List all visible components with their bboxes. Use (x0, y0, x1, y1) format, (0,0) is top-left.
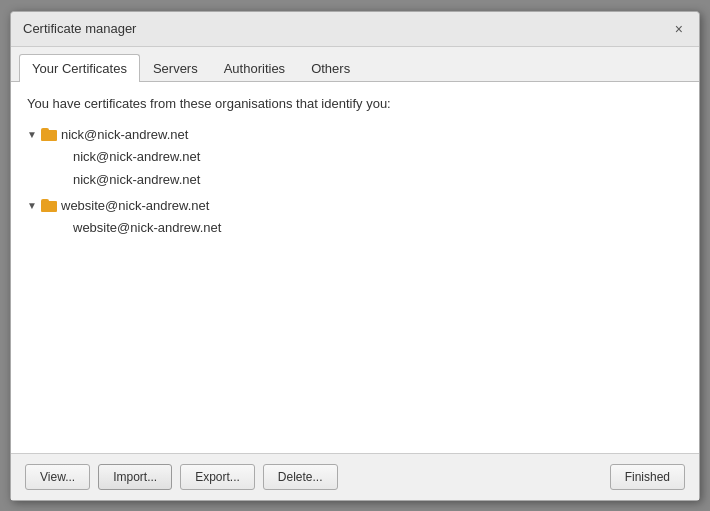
content-description: You have certificates from these organis… (27, 96, 683, 111)
certificate-manager-dialog: Certificate manager × Your Certificates … (10, 11, 700, 501)
import-button[interactable]: Import... (98, 464, 172, 490)
cert-group-nick-andrew: ▼ nick@nick-andrew.net nick@nick-andrew.… (27, 127, 683, 190)
finished-button[interactable]: Finished (610, 464, 685, 490)
cert-item[interactable]: nick@nick-andrew.net (67, 169, 683, 190)
delete-button[interactable]: Delete... (263, 464, 338, 490)
view-button[interactable]: View... (25, 464, 90, 490)
toggle-icon-website-nick-andrew[interactable]: ▼ (27, 200, 37, 211)
tab-authorities[interactable]: Authorities (211, 54, 298, 82)
dialog-title: Certificate manager (23, 21, 136, 36)
export-button[interactable]: Export... (180, 464, 255, 490)
action-buttons: View... Import... Export... Delete... (25, 464, 338, 490)
group-header-nick-andrew[interactable]: ▼ nick@nick-andrew.net (27, 127, 683, 142)
toggle-icon-nick-andrew[interactable]: ▼ (27, 129, 37, 140)
cert-list-nick-andrew: nick@nick-andrew.net nick@nick-andrew.ne… (67, 146, 683, 190)
tab-others[interactable]: Others (298, 54, 363, 82)
cert-item[interactable]: website@nick-andrew.net (67, 217, 683, 238)
group-header-website-nick-andrew[interactable]: ▼ website@nick-andrew.net (27, 198, 683, 213)
folder-icon-nick-andrew (41, 128, 57, 141)
title-bar: Certificate manager × (11, 12, 699, 47)
close-button[interactable]: × (671, 20, 687, 38)
group-label-nick-andrew: nick@nick-andrew.net (61, 127, 188, 142)
tabs-bar: Your Certificates Servers Authorities Ot… (11, 47, 699, 82)
group-label-website-nick-andrew: website@nick-andrew.net (61, 198, 209, 213)
tab-your-certificates[interactable]: Your Certificates (19, 54, 140, 82)
tab-servers[interactable]: Servers (140, 54, 211, 82)
cert-group-website-nick-andrew: ▼ website@nick-andrew.net website@nick-a… (27, 198, 683, 238)
cert-list-website-nick-andrew: website@nick-andrew.net (67, 217, 683, 238)
folder-icon-website-nick-andrew (41, 199, 57, 212)
cert-item[interactable]: nick@nick-andrew.net (67, 146, 683, 167)
content-area: You have certificates from these organis… (11, 82, 699, 453)
bottom-bar: View... Import... Export... Delete... Fi… (11, 453, 699, 500)
